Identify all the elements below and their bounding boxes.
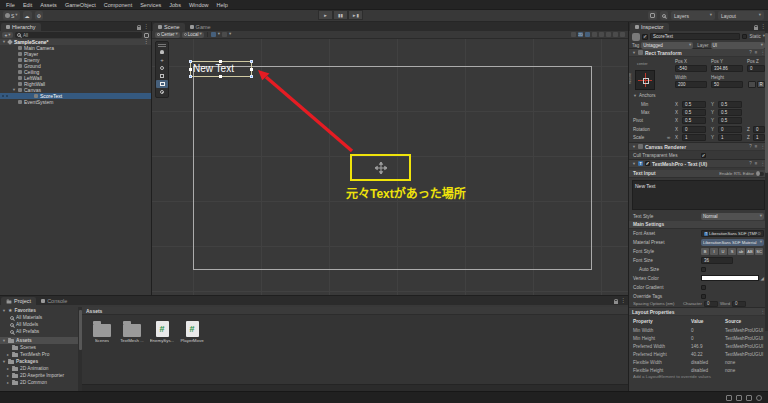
assets-breadcrumb[interactable]: Assets	[82, 307, 628, 315]
step-button[interactable]: ►▮	[348, 10, 363, 20]
menu-help[interactable]: Help	[212, 0, 231, 10]
menu-gameobject[interactable]: GameObject	[61, 0, 100, 10]
tree-item-textmeshpro[interactable]: ▸TextMesh Pro	[0, 351, 78, 358]
gameobject-name-field[interactable]: ScoreText	[650, 33, 740, 40]
search-window-icon[interactable]	[144, 33, 149, 38]
layers-dropdown[interactable]: Layers ▾	[671, 11, 715, 20]
scene-options-icon[interactable]: ⋮	[144, 39, 150, 45]
tab-game[interactable]: Game	[185, 23, 216, 31]
foldout-expanded-icon[interactable]: ▼	[2, 339, 6, 343]
lock-icon[interactable]	[754, 27, 758, 30]
layout-dropdown[interactable]: Layout ▾	[718, 11, 764, 20]
lock-icon[interactable]	[614, 301, 618, 304]
eyedropper-icon[interactable]: ◢	[761, 276, 764, 281]
console-status-icon[interactable]	[726, 395, 732, 401]
create-object-button[interactable]: + ▾	[2, 32, 13, 38]
help-icon[interactable]: ?	[749, 144, 752, 149]
global-search-button[interactable]	[660, 11, 668, 20]
pos-z-field[interactable]: 0	[747, 65, 765, 72]
foldout-expanded-icon[interactable]: ▼	[2, 40, 6, 44]
cache-status-icon[interactable]	[746, 395, 752, 401]
presets-icon[interactable]: ≡	[755, 161, 758, 166]
shading-mode-button[interactable]	[571, 32, 576, 37]
height-field[interactable]: 50	[711, 81, 743, 88]
width-field[interactable]: 200	[675, 81, 707, 88]
tmp-enabled-checkbox[interactable]: ✓	[645, 161, 650, 166]
auto-size-checkbox[interactable]	[701, 267, 706, 272]
tree-item-2d-animation[interactable]: ▸2D Animation	[0, 365, 78, 372]
tab-project[interactable]: Project	[1, 297, 36, 305]
rotation-x-field[interactable]: 0	[682, 126, 706, 133]
tree-item-packages[interactable]: ▼ Packages	[0, 358, 78, 365]
material-preset-dropdown[interactable]: LiberationSans SDF Material ▾	[701, 239, 764, 246]
scene-audio-button[interactable]	[592, 32, 597, 37]
strikethrough-button[interactable]: S	[728, 248, 736, 255]
tab-inspector[interactable]: Inspector	[630, 23, 669, 31]
character-spacing-field[interactable]: 0	[704, 301, 718, 307]
pivot-y-field[interactable]: 0.5	[718, 117, 742, 124]
layer-dropdown[interactable]: UI▾	[711, 42, 765, 49]
raw-edit-button[interactable]: R	[757, 81, 765, 88]
menu-window[interactable]: Window	[185, 0, 213, 10]
scene-viewport[interactable]: + New Text	[152, 39, 628, 295]
foldout-expanded-icon[interactable]: ▼	[633, 93, 637, 98]
foldout-expanded-icon[interactable]: ▼	[632, 144, 636, 149]
rtl-toggle[interactable]	[756, 172, 764, 176]
lock-icon[interactable]	[137, 27, 141, 30]
min-x-field[interactable]: 0.5	[682, 101, 706, 108]
package-status-icon[interactable]	[736, 395, 742, 401]
kebab-menu-icon[interactable]: ⋮	[761, 24, 767, 30]
pos-y-field[interactable]: 334.86	[711, 65, 743, 72]
lowercase-button[interactable]: ab	[737, 248, 745, 255]
cull-transparent-mesh-checkbox[interactable]: ✓	[701, 153, 706, 158]
favorite-all-prefabs[interactable]: All Prefabs	[0, 328, 78, 335]
tmp-header[interactable]: ▼ T ✓ TextMeshPro - Text (UI) ? ≡ ⋮	[629, 159, 768, 168]
help-icon[interactable]: ?	[749, 50, 752, 55]
settings-button[interactable]: ⚙	[35, 11, 43, 20]
hierarchy-search-input[interactable]: All	[15, 32, 142, 38]
link-icon[interactable]: ∞	[667, 135, 670, 140]
foldout-collapsed-icon[interactable]: ▸	[6, 374, 10, 378]
space-dropdown[interactable]: Local ▾	[182, 32, 204, 38]
foldout-expanded-icon[interactable]: ▼	[632, 50, 636, 55]
scale-x-field[interactable]: 1	[682, 134, 706, 141]
scale-y-field[interactable]: 1	[718, 134, 742, 141]
tree-item-2d-aseprite[interactable]: ▸2D Aseprite Importer	[0, 372, 78, 379]
menu-jobs[interactable]: Jobs	[165, 0, 185, 10]
tree-item-scenes[interactable]: Scenes	[0, 344, 78, 351]
canvas-renderer-header[interactable]: ▼ Canvas Renderer ? ≡ ⋮	[629, 142, 768, 151]
foldout-collapsed-icon[interactable]: ▸	[6, 381, 10, 385]
scene-lighting-button[interactable]	[585, 32, 590, 37]
scale-z-field[interactable]: 1	[753, 134, 765, 141]
pivot-x-field[interactable]: 0.5	[682, 117, 706, 124]
vertex-color-swatch[interactable]	[701, 275, 759, 281]
2d-mode-button[interactable]: 2D	[578, 32, 583, 37]
menu-services[interactable]: Services	[136, 0, 165, 10]
favorite-all-models[interactable]: All Models	[0, 321, 78, 328]
tab-hierarchy[interactable]: Hierarchy	[1, 23, 41, 31]
favorite-all-materials[interactable]: All Materials	[0, 314, 78, 321]
menu-edit[interactable]: Edit	[19, 0, 36, 10]
menu-component[interactable]: Component	[100, 0, 136, 10]
pivot-dropdown[interactable]: Center ▾	[155, 32, 180, 38]
bold-button[interactable]: B	[701, 248, 709, 255]
word-spacing-field[interactable]: 0	[732, 301, 746, 307]
color-gradient-checkbox[interactable]	[701, 285, 706, 290]
hidden-objects-button[interactable]	[606, 32, 611, 37]
foldout-collapsed-icon[interactable]: ▸	[6, 367, 10, 371]
active-checkbox[interactable]: ✓	[642, 34, 648, 40]
underline-button[interactable]: U	[719, 248, 727, 255]
asset-item-scenes[interactable]: Scenes	[88, 321, 116, 343]
kebab-menu-icon[interactable]: ⋮	[144, 24, 150, 30]
object-picker-icon[interactable]: ⊙	[757, 231, 761, 236]
italic-button[interactable]: I	[710, 248, 718, 255]
camera-settings-button[interactable]	[613, 32, 618, 37]
asset-item-enemyscript[interactable]: # EnemySys...	[148, 321, 176, 343]
presets-icon[interactable]: ≡	[755, 144, 758, 149]
text-style-dropdown[interactable]: Normal▾	[701, 213, 764, 220]
picking-toggle-icon[interactable]	[6, 95, 8, 97]
help-icon[interactable]: ?	[749, 161, 752, 166]
max-x-field[interactable]: 0.5	[682, 109, 706, 116]
max-y-field[interactable]: 0.5	[718, 109, 742, 116]
pause-button[interactable]: ▮▮	[333, 10, 348, 20]
